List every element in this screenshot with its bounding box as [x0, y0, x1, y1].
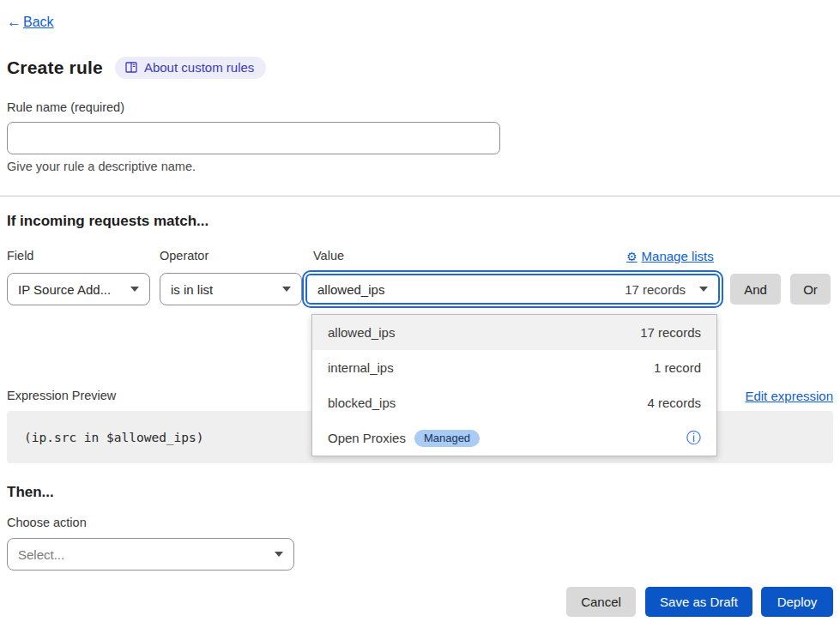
field-label: Field — [7, 249, 33, 263]
back-link-label: Back — [23, 15, 54, 29]
or-button[interactable]: Or — [790, 274, 831, 305]
value-label: Value — [313, 249, 344, 263]
about-custom-rules-label: About custom rules — [144, 60, 254, 75]
choose-action-label: Choose action — [7, 516, 87, 529]
list-item-name: blocked_ips — [328, 395, 396, 410]
expression-code: (ip.src in $allowed_ips) — [24, 431, 204, 444]
list-dropdown: allowed_ips 17 records internal_ips 1 re… — [311, 314, 717, 456]
page-title: Create rule — [7, 57, 103, 78]
list-item-meta: 4 records — [647, 395, 701, 410]
book-icon — [125, 62, 137, 73]
value-records-count: 17 records — [625, 282, 686, 297]
deploy-button[interactable]: Deploy — [761, 587, 833, 617]
managed-badge: Managed — [414, 430, 480, 447]
rule-name-label: Rule name (required) — [7, 100, 124, 114]
gear-icon: ⚙ — [626, 250, 638, 263]
rule-name-input[interactable] — [7, 122, 500, 154]
cancel-button[interactable]: Cancel — [566, 587, 636, 617]
list-item-allowed-ips[interactable]: allowed_ips 17 records — [312, 315, 716, 350]
list-item-meta: 1 record — [654, 360, 701, 375]
action-select-placeholder: Select... — [18, 547, 64, 562]
rule-name-helper: Give your rule a descriptive name. — [7, 160, 196, 173]
match-heading: If incoming requests match... — [7, 213, 208, 230]
list-item-name: internal_ips — [328, 360, 394, 375]
chevron-down-icon — [275, 552, 283, 557]
operator-select[interactable]: is in list — [160, 273, 302, 305]
info-icon[interactable]: ⓘ — [686, 431, 701, 445]
edit-expression-link[interactable]: Edit expression — [745, 389, 833, 403]
chevron-down-icon[interactable] — [699, 287, 708, 292]
then-heading: Then... — [7, 484, 54, 501]
operator-select-value: is in list — [171, 282, 213, 297]
expression-preview-label: Expression Preview — [7, 389, 116, 402]
title-row: Create rule About custom rules — [7, 57, 266, 79]
manage-lists-link[interactable]: ⚙ Manage lists — [626, 249, 714, 263]
back-arrow-icon: ← — [7, 14, 21, 31]
list-item-open-proxies[interactable]: Open Proxies Managed ⓘ — [312, 420, 716, 456]
action-select[interactable]: Select... — [7, 538, 294, 571]
field-select[interactable]: IP Source Add... — [7, 273, 150, 305]
value-input[interactable] — [317, 282, 618, 297]
save-draft-button[interactable]: Save as Draft — [645, 587, 752, 617]
chevron-down-icon — [282, 287, 291, 292]
list-item-blocked-ips[interactable]: blocked_ips 4 records — [312, 385, 716, 420]
section-divider — [0, 196, 840, 196]
create-rule-page: ←Back Create rule About custom rules Rul… — [0, 0, 840, 634]
manage-lists-label: Manage lists — [642, 249, 714, 263]
about-custom-rules-link[interactable]: About custom rules — [115, 57, 266, 79]
operator-label: Operator — [160, 249, 208, 263]
list-item-meta: 17 records — [640, 325, 701, 340]
value-combobox[interactable]: 17 records — [302, 270, 723, 308]
list-item-internal-ips[interactable]: internal_ips 1 record — [312, 350, 716, 385]
back-link[interactable]: ←Back — [7, 14, 54, 31]
chevron-down-icon — [130, 287, 139, 292]
list-item-name: Open Proxies — [328, 431, 406, 445]
field-select-value: IP Source Add... — [18, 282, 111, 297]
and-button[interactable]: And — [730, 274, 781, 305]
list-item-name: allowed_ips — [328, 325, 395, 340]
